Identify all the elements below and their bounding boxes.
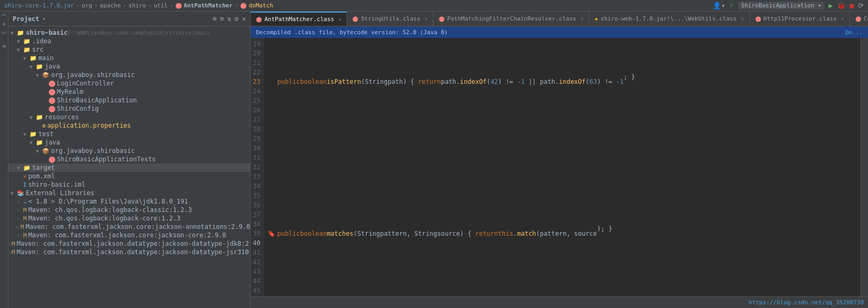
breadcrumb-method[interactable]: doMatch bbox=[249, 2, 273, 9]
tree-item-java-test[interactable]: ▼ 📁 java bbox=[8, 138, 250, 147]
breadcrumb-shiro[interactable]: shiro bbox=[129, 2, 146, 9]
tree-item-test-class[interactable]: ⬤ ShiroBasicApplicationTests bbox=[8, 155, 250, 163]
tree-item-jdk[interactable]: › ☕ < 1.8 > D:\Program Files\Java\jdk1.8… bbox=[8, 197, 250, 206]
tree-item-app-properties[interactable]: ⚙ application.properties bbox=[8, 121, 250, 130]
tree-item-jackson-core[interactable]: › M Maven: com.fasterxml.jackson.core:ja… bbox=[8, 231, 250, 239]
code-line-20 bbox=[267, 124, 861, 134]
tab-http11processor-close[interactable]: ✕ bbox=[841, 16, 844, 22]
code-line-23: 🔖 public boolean matches(String pattern,… bbox=[267, 229, 861, 238]
line-numbers: 19 20 21 22 23 24 25 26 27 28 29 30 31 3… bbox=[251, 38, 264, 296]
project-panel: Project ▾ ⊕ ≡ ⇅ ⚙ ✕ ▼ 📁 shiro-basic F:\W… bbox=[8, 12, 251, 308]
tree-item-main[interactable]: ▼ 📁 main bbox=[8, 54, 250, 62]
topbar: shiro-core-1.7.0.jar › org › apache › sh… bbox=[0, 0, 868, 12]
decompiled-info-text: Decompiled .class file, bytecode version… bbox=[256, 29, 448, 36]
left-sidebar-icons: 1 ≡ ⤴ ≣ bbox=[0, 12, 8, 308]
tree-item-jackson-annotations[interactable]: › M Maven: com.fasterxml.jackson.core:ja… bbox=[8, 223, 250, 231]
breadcrumb-apache[interactable]: apache bbox=[100, 2, 121, 9]
tab-webutils-close[interactable]: ✕ bbox=[741, 16, 744, 22]
tree-item-login-controller[interactable]: ⬤ LoginController bbox=[8, 79, 250, 88]
tab-antpathmatcher[interactable]: ⬤ AntPathMatcher.class ✕ bbox=[251, 12, 347, 26]
tree-item-logback-classic[interactable]: › M Maven: ch.qos.logback:logback-classi… bbox=[8, 206, 250, 214]
structure-sidebar-icon[interactable]: ≣ bbox=[2, 45, 7, 47]
tree-item-pom[interactable]: ✕ pom.xml bbox=[8, 172, 250, 180]
bookmark-icon-23: 🔖 bbox=[268, 229, 275, 238]
project-dropdown-icon[interactable]: ▾ bbox=[43, 16, 46, 22]
project-panel-header: Project ▾ ⊕ ≡ ⇅ ⚙ ✕ bbox=[8, 12, 250, 26]
tab-stringutils[interactable]: ⬤ StringUtils.class ✕ bbox=[347, 12, 433, 26]
tab-antpathmatcher-close[interactable]: ✕ bbox=[338, 16, 341, 22]
project-title: Project bbox=[13, 15, 40, 23]
tree-item-jackson-datatype-jdk8[interactable]: › M Maven: com.fasterxml.jackson.datatyp… bbox=[8, 239, 250, 248]
editor-tabs: ⬤ AntPathMatcher.class ✕ ⬤ StringUtils.c… bbox=[251, 12, 868, 26]
tree-item-iml[interactable]: I shiro-basic.iml bbox=[8, 180, 250, 189]
tree-item-package[interactable]: ▼ 📦 org.javaboy.shirobasic bbox=[8, 71, 250, 79]
breadcrumb-class-icon: ⬤ bbox=[175, 2, 182, 9]
tab-webutils[interactable]: ◆ shiro-web-1.7.0.jar!\...\WebUtils.clas… bbox=[589, 12, 749, 26]
tab-antpathmatcher-label: AntPathMatcher.class bbox=[264, 16, 334, 23]
tab-stringutils-close[interactable]: ✕ bbox=[425, 16, 428, 22]
tab-coyoteadapter-label: CoyoteAdapter.cla... bbox=[864, 15, 868, 22]
update-icon[interactable]: ⟳ bbox=[858, 2, 864, 9]
code-line-22 bbox=[267, 181, 861, 191]
breadcrumb-org[interactable]: org bbox=[82, 2, 92, 9]
locate-icon[interactable]: ⊕ bbox=[213, 15, 217, 23]
decompiled-info-bar: Decompiled .class file, bytecode version… bbox=[251, 26, 868, 38]
stop-icon[interactable]: ■ bbox=[850, 2, 854, 9]
breadcrumb-util[interactable]: util bbox=[154, 2, 168, 9]
project-tree: ▼ 📁 shiro-basic F:\WWW\javaboy-code-samp… bbox=[8, 26, 250, 308]
commit-sidebar-icon[interactable]: ≡ bbox=[2, 23, 7, 25]
run-config-label: ShiroBasicApplication ▾ bbox=[738, 2, 824, 9]
tab-stringutils-label: StringUtils.class bbox=[361, 15, 420, 22]
tab-webutils-label: shiro-web-1.7.0.jar!\...\WebUtils.class bbox=[600, 15, 736, 22]
sep1: › bbox=[76, 2, 80, 9]
breadcrumb-jar[interactable]: shiro-core-1.7.0.jar bbox=[4, 2, 74, 9]
collapse-all-icon[interactable]: ≡ bbox=[220, 15, 224, 23]
tree-item-shiro-config[interactable]: ⬤ ShiroConfig bbox=[8, 104, 250, 113]
code-line-24 bbox=[267, 276, 861, 286]
expand-icon[interactable]: ⇅ bbox=[228, 15, 232, 23]
settings-icon[interactable]: ⚙ bbox=[234, 15, 239, 23]
tree-item-target[interactable]: ▼ 📁 target bbox=[8, 163, 250, 172]
run-icon[interactable]: ▶ bbox=[828, 2, 833, 9]
tree-item-test[interactable]: ▼ 📁 test bbox=[8, 130, 250, 138]
tab-pathmatchingfilterchainresolver-label: PathMatchingFilterChainResolver.class bbox=[447, 15, 576, 22]
tree-item-java-main[interactable]: ▼ 📁 java bbox=[8, 62, 250, 71]
download-link[interactable]: Do... bbox=[845, 29, 863, 36]
breadcrumb-class[interactable]: AntPathMatcher bbox=[184, 2, 233, 9]
status-bar: https://blog.csdn.net/qq_35208730 bbox=[251, 296, 868, 308]
tree-item-idea[interactable]: ▼ 📁 .idea bbox=[8, 37, 250, 45]
code-line-19: public boolean isPattern(String path) { … bbox=[267, 77, 861, 86]
tree-item-src[interactable]: ▼ 📁 src bbox=[8, 45, 250, 54]
code-line-21 bbox=[267, 153, 861, 162]
tab-coyoteadapter[interactable]: ⬤ CoyoteAdapter.cla... ✕ bbox=[850, 12, 868, 26]
breadcrumb-method-icon: ⬤ bbox=[240, 2, 246, 9]
debug-icon[interactable]: 🐞 bbox=[837, 2, 845, 9]
tab-pathmatchingfilterchainresolver[interactable]: ⬤ PathMatchingFilterChainResolver.class … bbox=[433, 12, 589, 26]
tree-item-jackson-datatype-jsr310[interactable]: › M Maven: com.fasterxml.jackson.datatyp… bbox=[8, 248, 250, 256]
blog-link[interactable]: https://blog.csdn.net/qq_35208730 bbox=[748, 299, 864, 306]
code-content[interactable]: public boolean isPattern(String path) { … bbox=[264, 38, 861, 296]
tree-item-my-realm[interactable]: ⬤ MyRealm bbox=[8, 88, 250, 96]
close-panel-icon[interactable]: ✕ bbox=[242, 15, 246, 23]
tree-item-external-libs[interactable]: ▼ 📚 External Libraries bbox=[8, 189, 250, 197]
tab-pathmatchingfilterchainresolver-close[interactable]: ✕ bbox=[580, 16, 584, 22]
pullrequests-sidebar-icon[interactable]: ⤴ bbox=[2, 32, 7, 34]
tab-http11processor[interactable]: ⬤ Http11Processor.class ✕ bbox=[750, 12, 850, 26]
tree-item-resources[interactable]: ▼ 📁 resources bbox=[8, 113, 250, 121]
project-sidebar-icon[interactable]: 1 bbox=[2, 14, 6, 16]
tab-http11processor-label: Http11Processor.class bbox=[764, 15, 837, 22]
tree-item-shiro-basic-app[interactable]: ⬤ ShiroBasicApplication bbox=[8, 96, 250, 104]
right-gutter bbox=[861, 38, 868, 296]
tree-item-shiro-basic[interactable]: ▼ 📁 shiro-basic F:\WWW\javaboy-code-samp… bbox=[8, 28, 250, 37]
code-view[interactable]: 19 20 21 22 23 24 25 26 27 28 29 30 31 3… bbox=[251, 38, 868, 296]
main-layout: 1 ≡ ⤴ ≣ Project ▾ ⊕ ≡ ⇅ ⚙ ✕ ▼ 📁 shiro-ba… bbox=[0, 12, 868, 308]
editor-area: ⬤ AntPathMatcher.class ✕ ⬤ StringUtils.c… bbox=[251, 12, 868, 308]
person-icon[interactable]: 👤▾ bbox=[713, 2, 725, 9]
tree-item-logback-core[interactable]: › M Maven: ch.qos.logback:logback-core:1… bbox=[8, 214, 250, 223]
tree-item-test-package[interactable]: ▼ 📦 org.javaboy.shirobasic bbox=[8, 147, 250, 155]
git-icon[interactable]: ⑂ bbox=[729, 2, 734, 9]
